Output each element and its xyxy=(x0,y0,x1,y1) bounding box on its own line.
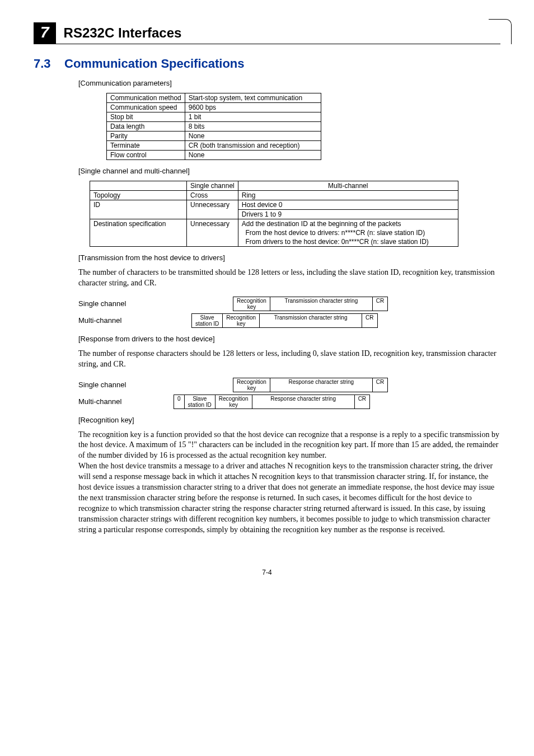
cell: Recognitionkey xyxy=(223,313,260,327)
table-comm-params: Communication methodStart-stop system, t… xyxy=(106,93,321,160)
cell: 8 bits xyxy=(185,122,321,132)
cell: Topology xyxy=(90,191,187,200)
cell: 1 bit xyxy=(185,112,321,122)
packet-table: Recognitionkey Response character string… xyxy=(174,378,388,392)
cell: Unnecessary xyxy=(187,200,238,219)
cell: Destination specification xyxy=(90,219,187,247)
page-number: 7-4 xyxy=(34,569,500,576)
cell: Response character string xyxy=(270,378,372,392)
packet-tx-single: Single channel Recognitionkey Transmissi… xyxy=(78,297,500,311)
cell: 0 xyxy=(174,395,185,408)
cell: Recognitionkey xyxy=(215,395,252,408)
chapter-number: 7 xyxy=(34,22,56,44)
chapter-title: RS232C Interfaces xyxy=(64,25,182,41)
cell: CR xyxy=(362,313,377,327)
heading-trans-h2d: [Transmission from the host device to dr… xyxy=(78,253,500,262)
cell: Communication method xyxy=(107,93,185,103)
cell: From drivers to the host device: 0n****C… xyxy=(238,237,458,247)
chapter-header: 7 RS232C Interfaces xyxy=(34,22,500,44)
label-single-channel: Single channel xyxy=(78,381,174,389)
packet-rx-multi: Multi-channel 0 Slavestation ID Recognit… xyxy=(78,395,500,409)
cell: Recognitionkey xyxy=(233,297,270,311)
cell: Ring xyxy=(238,191,458,200)
label-multi-channel: Multi-channel xyxy=(78,316,174,325)
packet-table: 0 Slavestation ID Recognitionkey Respons… xyxy=(174,395,370,409)
cell: CR xyxy=(372,297,387,311)
cell: Drivers 1 to 9 xyxy=(238,210,458,219)
cell: 9600 bps xyxy=(185,103,321,112)
cell: Unnecessary xyxy=(187,219,238,247)
heading-recog-key: [Recognition key] xyxy=(78,416,500,424)
heading-single-multi: [Single channel and multi-channel] xyxy=(78,167,500,175)
cell: Transmission character string xyxy=(270,297,372,311)
cell: None xyxy=(185,132,321,141)
cell: Communication speed xyxy=(107,103,185,112)
cell: Recognitionkey xyxy=(233,378,270,392)
cell: Transmission character string xyxy=(260,313,362,327)
cell: Flow control xyxy=(107,151,185,160)
cell: CR (both transmission and reception) xyxy=(185,141,321,151)
cell: None xyxy=(185,151,321,160)
section-number: 7.3 xyxy=(34,57,51,71)
cell: From the host device to drivers: n****CR… xyxy=(238,228,458,237)
label-single-channel: Single channel xyxy=(78,299,174,308)
cell: Parity xyxy=(107,132,185,141)
para-recog: The recognition key is a function provid… xyxy=(78,430,500,536)
heading-resp-d2h: [Response from drivers to the host devic… xyxy=(78,335,500,343)
section-title: 7.3 Communication Specifications xyxy=(34,57,500,71)
cell: Slavestation ID xyxy=(184,395,215,408)
cell: Host device 0 xyxy=(238,200,458,210)
cell: CR xyxy=(354,395,369,408)
cell: Stop bit xyxy=(107,112,185,122)
cell: Cross xyxy=(187,191,238,200)
packet-table: Slavestation ID Recognitionkey Transmiss… xyxy=(174,313,378,328)
cell: Data length xyxy=(107,122,185,132)
para-trans: The number of characters to be transmitt… xyxy=(78,267,500,289)
table-channels: Single channel Multi-channel Topology Cr… xyxy=(90,181,458,247)
cell xyxy=(90,181,187,191)
cell: Multi-channel xyxy=(238,181,458,191)
cell: Response character string xyxy=(252,395,354,408)
heading-comm-params: [Communication parameters] xyxy=(78,79,500,87)
packet-table: Recognitionkey Transmission character st… xyxy=(174,297,388,311)
packet-rx-single: Single channel Recognitionkey Response c… xyxy=(78,378,500,392)
label-multi-channel: Multi-channel xyxy=(78,397,174,406)
section-heading: Communication Specifications xyxy=(64,57,245,71)
cell: Start-stop system, text communication xyxy=(185,93,321,103)
cell: Single channel xyxy=(187,181,238,191)
cell: CR xyxy=(372,378,387,392)
packet-tx-multi: Multi-channel Slavestation ID Recognitio… xyxy=(78,313,500,328)
cell: Add the destination ID at the beginning … xyxy=(238,219,458,229)
cell: Terminate xyxy=(107,141,185,151)
cell: ID xyxy=(90,200,187,219)
cell: Slavestation ID xyxy=(192,313,223,327)
para-resp: The number of response characters should… xyxy=(78,349,500,370)
